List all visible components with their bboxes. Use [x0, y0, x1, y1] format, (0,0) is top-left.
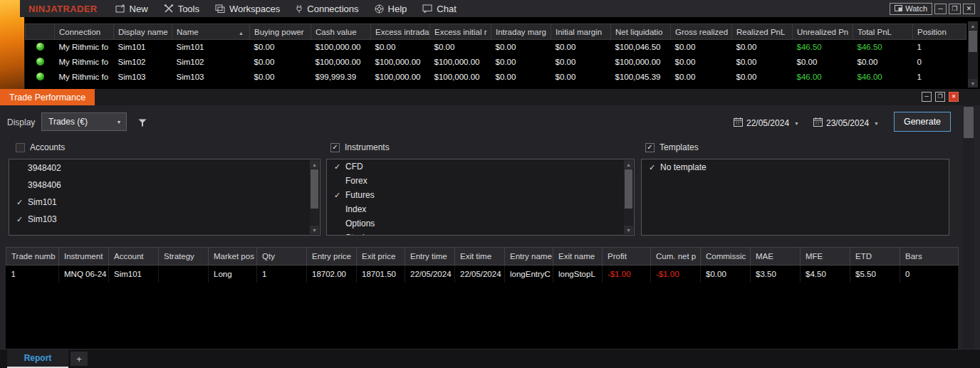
display-dropdown[interactable]: Trades (€)	[41, 112, 127, 131]
header-excess-initial[interactable]: Excess initial r	[430, 24, 491, 40]
menu-workspaces[interactable]: Workspaces	[207, 0, 288, 17]
trade-performance-titlebar[interactable]: Trade Performance	[0, 89, 980, 105]
list-item-sim103[interactable]: Sim103	[9, 211, 320, 228]
tp-vertical-scrollbar[interactable]	[963, 105, 974, 349]
header-unrealized-pnl[interactable]: Unrealized Pn	[793, 24, 853, 40]
header-entry-name[interactable]: Entry name	[505, 248, 553, 266]
header-name[interactable]: Name	[172, 24, 250, 40]
cell: My Rithmic fo	[55, 55, 114, 70]
header-excess-intraday[interactable]: Excess intrada	[371, 24, 430, 40]
header-entry-price[interactable]: Entry price	[307, 248, 357, 266]
tp-tabbar: Report +	[0, 349, 980, 368]
watch-button[interactable]: Watch	[890, 3, 932, 15]
list-item-sim101[interactable]: Sim101	[9, 194, 320, 211]
scroll-down-icon[interactable]	[968, 79, 978, 88]
generate-button[interactable]: Generate	[894, 112, 951, 132]
trade-row-1[interactable]: 1 MNQ 06-24 Sim101 Long 1 18702.00 18701…	[6, 266, 959, 283]
tp-window-controls	[922, 92, 959, 102]
close-button[interactable]	[963, 4, 975, 14]
minimize-button[interactable]	[934, 4, 947, 14]
header-instrument[interactable]: Instrument	[59, 248, 109, 266]
list-item-options[interactable]: Options	[327, 216, 634, 231]
list-item-futures[interactable]: Futures	[327, 188, 634, 202]
header-cum-net-profit[interactable]: Cum. net p	[651, 248, 701, 266]
scroll-up-icon[interactable]	[310, 160, 319, 169]
tab-report[interactable]: Report	[7, 349, 68, 368]
account-row-sim102[interactable]: My Rithmic fo Sim102 Sim102 $0.00 $100,0…	[26, 55, 966, 70]
header-intraday-margin[interactable]: Intraday marg	[491, 24, 551, 40]
header-exit-price[interactable]: Exit price	[357, 248, 405, 266]
header-gross-realized[interactable]: Gross realized	[671, 24, 732, 40]
cell: $0.00	[701, 266, 751, 283]
filter-funnel-icon[interactable]	[138, 117, 147, 130]
header-realized-pnl[interactable]: Realized PnL	[732, 24, 793, 40]
menu-tools[interactable]: Tools	[156, 0, 207, 17]
header-net-liquidation[interactable]: Net liquidatio	[611, 24, 671, 40]
menu-new-label: New	[130, 4, 148, 14]
header-connection[interactable]: Connection	[55, 24, 114, 40]
cell-unrealized-pnl: $46.50	[793, 40, 853, 55]
list-item-no-template[interactable]: No template	[642, 159, 949, 175]
list-item-stock[interactable]: Stock	[327, 231, 634, 236]
cell: 0	[900, 266, 959, 283]
header-etd[interactable]: ETD	[850, 248, 900, 266]
header-display-name[interactable]: Display name	[114, 24, 172, 40]
add-tab-button[interactable]: +	[71, 352, 88, 366]
accounts-scrollbar[interactable]	[968, 21, 978, 88]
maximize-button[interactable]	[949, 4, 961, 14]
scroll-up-icon[interactable]	[968, 21, 978, 30]
tp-maximize-button[interactable]	[935, 92, 945, 102]
date-to-picker[interactable]: 23/05/2024	[813, 116, 879, 130]
header-position[interactable]: Position	[913, 24, 966, 40]
list-item-3948406[interactable]: 3948406	[9, 177, 320, 194]
cell: $100,046.50	[611, 40, 671, 55]
header-mfe[interactable]: MFE	[801, 248, 850, 266]
account-row-sim101[interactable]: My Rithmic fo Sim101 Sim101 $0.00 $100,0…	[26, 40, 966, 55]
header-bars[interactable]: Bars	[900, 248, 959, 266]
header-status[interactable]	[26, 24, 55, 40]
scrollbar-thumb[interactable]	[625, 169, 632, 209]
scroll-up-icon[interactable]	[624, 160, 633, 169]
menu-chat[interactable]: Chat	[415, 0, 464, 17]
header-qty[interactable]: Qty	[257, 248, 307, 266]
header-market-position[interactable]: Market pos	[209, 248, 257, 266]
list-item-cfd[interactable]: CFD	[327, 159, 634, 174]
scrollbar-thumb[interactable]	[964, 107, 974, 138]
scroll-down-icon[interactable]	[310, 226, 319, 234]
instruments-checkbox[interactable]	[330, 143, 340, 152]
accounts-list-scrollbar[interactable]	[310, 160, 319, 234]
header-strategy[interactable]: Strategy	[159, 248, 209, 266]
scrollbar-thumb[interactable]	[969, 31, 977, 52]
header-trade-number[interactable]: Trade numb	[6, 248, 59, 266]
menu-new[interactable]: New	[108, 0, 156, 17]
list-item-index[interactable]: Index	[327, 202, 634, 216]
templates-checkbox[interactable]	[645, 143, 655, 152]
date-from-picker[interactable]: 22/05/2024	[734, 116, 799, 130]
cell: $100,000.00	[311, 40, 371, 55]
tp-close-button[interactable]	[949, 92, 959, 102]
header-initial-margin[interactable]: Initial margin	[551, 24, 611, 40]
header-entry-time[interactable]: Entry time	[405, 248, 455, 266]
header-account[interactable]: Account	[109, 248, 159, 266]
header-exit-name[interactable]: Exit name	[553, 248, 603, 266]
accounts-checkbox[interactable]	[16, 143, 25, 152]
instruments-list-scrollbar[interactable]	[624, 160, 633, 234]
cell: $100,045.39	[611, 70, 671, 85]
header-total-pnl[interactable]: Total PnL	[853, 24, 913, 40]
account-row-sim103[interactable]: My Rithmic fo Sim103 Sim103 $0.00 $99,99…	[26, 70, 966, 85]
header-cash-value[interactable]: Cash value	[311, 24, 371, 40]
scroll-down-icon[interactable]	[624, 226, 633, 234]
window-controls: Watch	[890, 3, 977, 15]
menu-connections[interactable]: Connections	[288, 0, 366, 17]
header-buying-power[interactable]: Buying power	[250, 24, 311, 40]
header-exit-time[interactable]: Exit time	[455, 248, 505, 266]
connection-status	[26, 55, 55, 70]
header-mae[interactable]: MAE	[751, 248, 801, 266]
header-profit[interactable]: Profit	[603, 248, 651, 266]
list-item-forex[interactable]: Forex	[327, 174, 634, 188]
tp-minimize-button[interactable]	[922, 92, 932, 102]
scrollbar-thumb[interactable]	[311, 169, 318, 209]
menu-help[interactable]: Help	[367, 0, 415, 17]
header-commission[interactable]: Commissic	[701, 248, 751, 266]
list-item-3948402[interactable]: 3948402	[9, 159, 320, 177]
